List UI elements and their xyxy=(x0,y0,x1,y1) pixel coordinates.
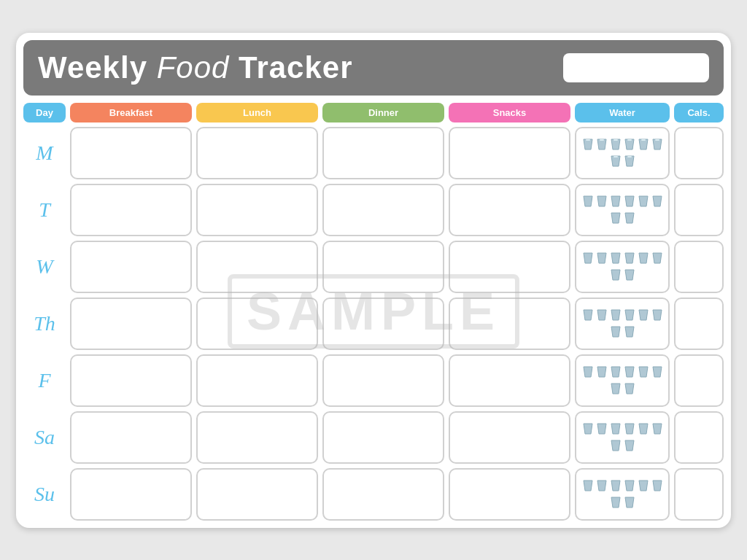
dinner-sa[interactable] xyxy=(322,411,444,464)
svg-rect-3 xyxy=(627,139,632,141)
cup-icon xyxy=(610,194,622,209)
breakfast-sa[interactable] xyxy=(70,411,192,464)
cup-icon xyxy=(596,308,608,322)
svg-rect-1 xyxy=(600,139,604,141)
cup-icon xyxy=(610,495,622,510)
water-f xyxy=(575,354,670,407)
lunch-th[interactable] xyxy=(196,298,318,350)
cup-icon xyxy=(610,137,622,152)
breakfast-th[interactable] xyxy=(70,298,192,350)
cup-icon xyxy=(582,421,594,436)
cup-icon xyxy=(582,478,594,493)
cup-icon xyxy=(582,137,594,152)
cup-icon xyxy=(596,137,608,152)
cup-icon xyxy=(624,478,635,493)
col-header-breakfast: Breakfast xyxy=(70,103,192,122)
breakfast-f[interactable] xyxy=(70,354,192,407)
cup-icon xyxy=(582,308,594,322)
cup-icon xyxy=(651,251,663,265)
cup-icon xyxy=(624,194,635,209)
breakfast-su[interactable] xyxy=(70,468,192,521)
snacks-su[interactable] xyxy=(449,468,570,521)
cup-icon xyxy=(596,478,608,493)
col-header-cals: Cals. xyxy=(674,103,724,122)
dinner-w[interactable] xyxy=(322,241,444,293)
snacks-sa[interactable] xyxy=(449,411,570,464)
cals-t[interactable] xyxy=(674,184,724,236)
cup-icon xyxy=(638,251,649,265)
header: Weekly Food Tracker xyxy=(23,40,724,96)
svg-rect-2 xyxy=(614,139,618,141)
lunch-sa[interactable] xyxy=(196,411,318,464)
breakfast-t[interactable] xyxy=(70,184,192,236)
lunch-m[interactable] xyxy=(196,127,318,179)
snacks-f[interactable] xyxy=(449,354,570,407)
lunch-t[interactable] xyxy=(196,184,318,236)
main-grid: Day Breakfast Lunch Dinner Snacks Water … xyxy=(23,103,724,521)
snacks-t[interactable] xyxy=(449,184,570,236)
dinner-m[interactable] xyxy=(322,127,444,179)
cup-icon xyxy=(624,251,635,265)
cup-icon xyxy=(638,137,649,152)
water-th xyxy=(575,298,670,350)
cup-icon xyxy=(624,137,635,152)
day-label-sa: Sa xyxy=(23,411,66,464)
cals-sa[interactable] xyxy=(674,411,724,464)
day-label-th: Th xyxy=(23,298,66,350)
cup-icon xyxy=(610,211,622,225)
cup-icon xyxy=(651,137,663,152)
dinner-su[interactable] xyxy=(322,468,444,521)
water-su xyxy=(575,468,670,521)
cals-su[interactable] xyxy=(674,468,724,521)
col-header-day: Day xyxy=(23,103,66,122)
water-sa xyxy=(575,411,670,464)
svg-rect-5 xyxy=(655,139,659,141)
cup-icon xyxy=(596,365,608,379)
tracker-container: Weekly Food Tracker Day Breakfast Lunch … xyxy=(16,33,731,528)
water-t xyxy=(575,184,670,236)
cup-icon xyxy=(610,308,622,322)
lunch-f[interactable] xyxy=(196,354,318,407)
name-input[interactable] xyxy=(563,53,709,82)
dinner-th[interactable] xyxy=(322,298,444,350)
lunch-su[interactable] xyxy=(196,468,318,521)
cup-icon xyxy=(651,421,663,436)
snacks-th[interactable] xyxy=(449,298,570,350)
water-m xyxy=(575,127,670,179)
water-w xyxy=(575,241,670,293)
cup-icon xyxy=(610,324,622,339)
cup-icon xyxy=(624,438,635,453)
cup-icon xyxy=(624,421,635,436)
cup-icon xyxy=(596,421,608,436)
snacks-m[interactable] xyxy=(449,127,570,179)
cals-m[interactable] xyxy=(674,127,724,179)
col-header-snacks: Snacks xyxy=(449,103,570,122)
cup-icon xyxy=(610,478,622,493)
snacks-w[interactable] xyxy=(449,241,570,293)
lunch-w[interactable] xyxy=(196,241,318,293)
cup-icon xyxy=(638,421,649,436)
cup-icon xyxy=(610,251,622,265)
cup-icon xyxy=(596,251,608,265)
day-label-m: M xyxy=(23,127,66,179)
col-header-water: Water xyxy=(575,103,670,122)
cup-icon xyxy=(582,365,594,379)
cup-icon xyxy=(610,438,622,453)
cup-icon xyxy=(610,365,622,379)
cup-icon xyxy=(624,268,635,282)
cals-f[interactable] xyxy=(674,354,724,407)
breakfast-m[interactable] xyxy=(70,127,192,179)
breakfast-w[interactable] xyxy=(70,241,192,293)
dinner-f[interactable] xyxy=(322,354,444,407)
cals-w[interactable] xyxy=(674,241,724,293)
svg-rect-6 xyxy=(614,156,618,158)
dinner-t[interactable] xyxy=(322,184,444,236)
cup-icon xyxy=(651,194,663,209)
cup-icon xyxy=(624,495,635,510)
title-weekly: Weekly xyxy=(38,50,147,85)
cup-icon xyxy=(651,308,663,322)
cals-th[interactable] xyxy=(674,298,724,350)
day-label-t: T xyxy=(23,184,66,236)
cup-icon xyxy=(638,365,649,379)
cup-icon xyxy=(610,421,622,436)
